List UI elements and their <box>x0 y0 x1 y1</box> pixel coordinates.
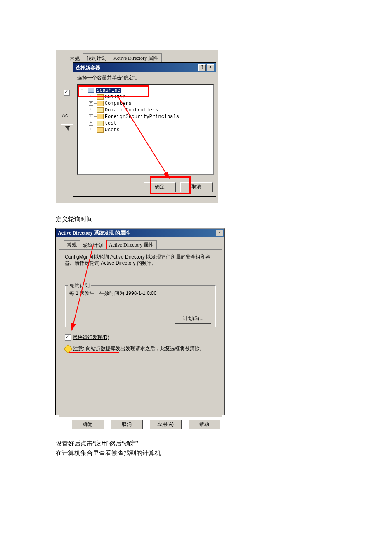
tree-item[interactable]: +─Users <box>80 127 212 133</box>
domain-icon <box>88 88 94 93</box>
tab-polling-bg[interactable]: 轮询计划 <box>83 53 110 63</box>
schedule-text: 每 1 天发生，生效时间为 1998-1-1 0:00 <box>69 290 211 297</box>
run-asap-label: 尽快运行发现(R) <box>73 334 109 341</box>
tab-adprops-bg[interactable]: Active Directory 属性 <box>110 53 162 63</box>
select-container-dialog: 选择新容器 ? × 选择一个容器并单击“确定”。 − seashine +─Bu… <box>73 62 216 197</box>
caption-apply-ok: 设置好后点击“应用”然后“确定” <box>56 440 392 448</box>
bg-tabbar: 常规 轮询计划 Active Directory 属性 <box>66 53 161 63</box>
dialog-titlebar: 选择新容器 ? × <box>73 63 216 72</box>
folder-icon <box>97 101 104 106</box>
dialog2-title: Active Directory 系统发现 的属性 <box>58 230 130 237</box>
tabpanel-polling: ConfigMgr 可以轮询 Active Directory 以发现它们所属的… <box>59 249 222 417</box>
help-button[interactable]: 帮助 <box>188 420 220 429</box>
cancel-button[interactable]: 取消 <box>111 420 143 429</box>
folder-icon <box>97 114 104 119</box>
dialog-instruction: 选择一个容器并单击“确定”。 <box>77 74 213 81</box>
select-container-screenshot: 常规 轮询计划 Active Directory 属性 Ac 可 选择新容器 ?… <box>56 50 218 203</box>
tree-item[interactable]: +─Computers <box>80 100 212 107</box>
description-text: ConfigMgr 可以轮询 Active Directory 以发现它们所属的… <box>65 254 216 266</box>
polling-schedule-group: 轮询计划 每 1 天发生，生效时间为 1998-1-1 0:00 计划(S)..… <box>65 285 216 327</box>
tree-item[interactable]: +─ForeignSecurityPrincipals <box>80 114 212 120</box>
ou-icon <box>97 121 104 126</box>
ok-button[interactable]: 确定 <box>72 420 104 429</box>
ok-button[interactable]: 确定 <box>144 182 176 192</box>
tree-item[interactable]: +─Domain Controllers <box>80 107 212 114</box>
warning-text: 注意: 向站点数据库发出发现请求之后，此复选框将被清除。 <box>73 345 205 352</box>
ad-discovery-properties-dialog: Active Directory 系统发现 的属性 × 常规 轮询计划 Acti… <box>56 228 225 415</box>
schedule-button[interactable]: 计划(S)... <box>175 314 211 324</box>
bg-checkbox[interactable] <box>64 90 70 96</box>
close-button[interactable]: × <box>207 64 214 71</box>
dialog2-titlebar: Active Directory 系统发现 的属性 × <box>56 229 224 237</box>
folder-icon <box>97 127 104 133</box>
help-button[interactable]: ? <box>198 64 206 71</box>
tree-item[interactable]: +─Builtin <box>80 94 212 100</box>
tab-general[interactable]: 常规 <box>64 240 80 249</box>
group-legend: 轮询计划 <box>68 282 91 289</box>
apply-button[interactable]: 应用(A) <box>149 420 182 429</box>
container-tree[interactable]: − seashine +─Builtin +─Computers +─Domai… <box>77 84 214 175</box>
tab-polling[interactable]: 轮询计划 <box>80 241 106 250</box>
dialog-title: 选择新容器 <box>76 64 100 71</box>
run-asap-checkbox[interactable] <box>65 334 71 341</box>
ou-icon <box>97 107 104 113</box>
tree-item[interactable]: +─test <box>80 120 212 127</box>
close-button[interactable]: × <box>216 230 223 236</box>
caption-define-polling: 定义轮询时间 <box>56 216 392 223</box>
tree-root[interactable]: − seashine <box>80 87 212 94</box>
highlight-checkbox-underline <box>68 352 119 353</box>
tabbar: 常规 轮询计划 Active Directory 属性 <box>64 240 224 249</box>
tab-general-bg[interactable]: 常规 <box>66 54 83 63</box>
cancel-button[interactable]: 取消 <box>180 182 213 192</box>
tab-adprops[interactable]: Active Directory 属性 <box>106 240 157 249</box>
folder-icon <box>97 94 104 100</box>
bg-ac-label: Ac <box>62 113 68 119</box>
caption-view-computers: 在计算机集合里查看被查找到的计算机 <box>56 449 392 457</box>
